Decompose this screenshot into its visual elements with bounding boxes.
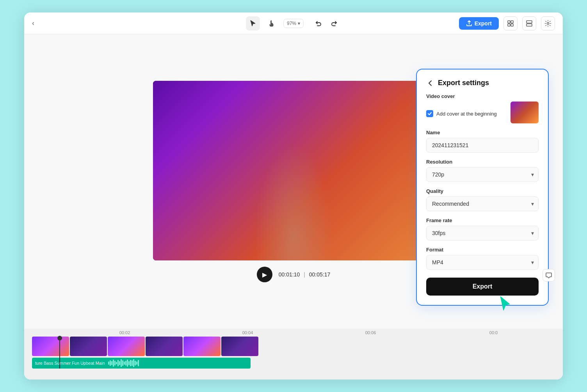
wave-bar [135, 361, 136, 365]
video-cover-section: Video cover Add cover at the beginning [426, 93, 539, 123]
svg-rect-4 [527, 21, 532, 23]
wave-bar [138, 360, 139, 366]
add-cover-label: Add cover at the beginning [436, 111, 497, 117]
video-preview [153, 81, 434, 260]
hand-tool-button[interactable] [265, 16, 279, 30]
wave-bar [136, 362, 137, 365]
wave-bar [124, 362, 125, 365]
play-button[interactable]: ▶ [257, 267, 272, 282]
track-thumb-3 [108, 337, 145, 356]
format-field-group: Format MP4 MOV AVI GIF [426, 247, 539, 270]
export-settings-panel: Export settings Video cover Add cover at [416, 69, 549, 306]
tick-1: 00:02 [63, 330, 186, 335]
zoom-value: 97% [287, 21, 296, 26]
wave-bar [108, 362, 109, 365]
export-action-button[interactable]: Export [426, 278, 539, 296]
frame-rate-select-wrapper: 30fps 24fps 60fps [426, 226, 539, 241]
panel-back-button[interactable] [426, 79, 434, 87]
toolbar-right: Export [459, 16, 555, 30]
comment-icon[interactable] [543, 269, 555, 282]
svg-rect-2 [508, 24, 510, 26]
current-time: 00:01:10 [279, 271, 300, 278]
name-field-group: Name [426, 130, 539, 153]
track-thumb-1 [32, 337, 69, 356]
track-thumb-4 [146, 337, 183, 356]
track-thumb-6 [221, 337, 258, 356]
wave-bar [117, 360, 119, 366]
quality-select[interactable]: Recommended High Medium Low [426, 196, 539, 211]
zoom-chevron-icon: ▾ [298, 21, 300, 26]
tick-4: 00:0 [432, 330, 555, 335]
svg-rect-5 [527, 24, 532, 26]
history-buttons [311, 16, 341, 30]
timeline-tracks: ture Bass Summer Fun Upbeat Main [24, 337, 563, 369]
audio-track-label: ture Bass Summer Fun Upbeat Main [35, 361, 105, 365]
resolution-label: Resolution [426, 159, 539, 165]
timeline-cursor[interactable] [59, 337, 60, 369]
select-tool-button[interactable] [246, 16, 260, 30]
wave-bar [128, 361, 130, 365]
cursor-handle [57, 336, 62, 340]
format-select-wrapper: MP4 MOV AVI GIF [426, 255, 539, 270]
wave-bar [114, 361, 116, 365]
wave-bar [130, 360, 131, 366]
wave-bar [111, 361, 112, 365]
name-label: Name [426, 130, 539, 135]
video-controls: ▶ 00:01:10 | 00:05:17 [257, 267, 330, 282]
back-chevron-icon[interactable]: ‹ [32, 19, 34, 27]
panel-title: Export settings [438, 79, 489, 87]
add-cover-checkbox[interactable] [426, 110, 433, 117]
quality-field-group: Quality Recommended High Medium Low [426, 188, 539, 211]
wave-bar [122, 360, 123, 366]
toolbar-center: 97% ▾ [246, 16, 341, 30]
svg-point-6 [547, 22, 549, 24]
redo-button[interactable] [327, 16, 341, 30]
time-display: 00:01:10 | 00:05:17 [279, 271, 330, 278]
track-thumb-5 [183, 337, 221, 356]
export-button[interactable]: Export [459, 17, 499, 30]
format-label: Format [426, 247, 539, 253]
frame-rate-select[interactable]: 30fps 24fps 60fps [426, 226, 539, 241]
toolbar-left: ‹ [32, 19, 34, 27]
time-separator: | [304, 271, 305, 278]
cursor-arrow [499, 296, 513, 313]
app-window: ‹ 97% ▾ [24, 12, 563, 380]
quality-select-wrapper: Recommended High Medium Low [426, 196, 539, 211]
video-frame [153, 81, 434, 260]
wave-bar [125, 361, 126, 365]
tick-3: 00:06 [309, 330, 432, 335]
video-track [32, 337, 555, 356]
wave-bar [121, 359, 122, 367]
toolbar: ‹ 97% ▾ [24, 12, 563, 34]
cover-thumbnail[interactable] [511, 102, 539, 123]
name-input[interactable] [426, 138, 539, 153]
wave-bar [113, 360, 114, 367]
timeline-ruler: 00:02 00:04 00:06 00:0 [24, 329, 563, 337]
format-select[interactable]: MP4 MOV AVI GIF [426, 255, 539, 270]
play-icon: ▶ [262, 271, 267, 278]
timeline: 00:02 00:04 00:06 00:0 [24, 329, 563, 380]
video-cover-label: Video cover [426, 93, 539, 99]
resolution-select[interactable]: 720p 1080p 480p 4K [426, 167, 539, 182]
svg-rect-1 [511, 21, 513, 23]
wave-bar [132, 360, 133, 366]
add-cover-row: Add cover at the beginning [426, 110, 506, 117]
frame-rate-label: Frame rate [426, 217, 539, 223]
zoom-control[interactable]: 97% ▾ [283, 19, 304, 28]
video-cover-content: Add cover at the beginning [426, 102, 539, 123]
undo-button[interactable] [311, 16, 326, 30]
track-thumb-2 [70, 337, 107, 356]
frame-rate-field-group: Frame rate 30fps 24fps 60fps [426, 217, 539, 241]
cover-info: Add cover at the beginning [426, 108, 506, 117]
export-button-label: Export [475, 20, 492, 27]
wave-bar [133, 359, 134, 367]
panels-icon-button[interactable] [522, 16, 536, 30]
svg-rect-0 [508, 21, 510, 23]
audio-track: ture Bass Summer Fun Upbeat Main [32, 358, 251, 369]
resolution-select-wrapper: 720p 1080p 480p 4K [426, 167, 539, 182]
settings-icon-button[interactable] [541, 16, 555, 30]
layout-icon-button[interactable] [503, 16, 518, 30]
audio-waveform [108, 359, 247, 367]
svg-rect-3 [511, 24, 513, 26]
wave-bar [127, 360, 128, 367]
